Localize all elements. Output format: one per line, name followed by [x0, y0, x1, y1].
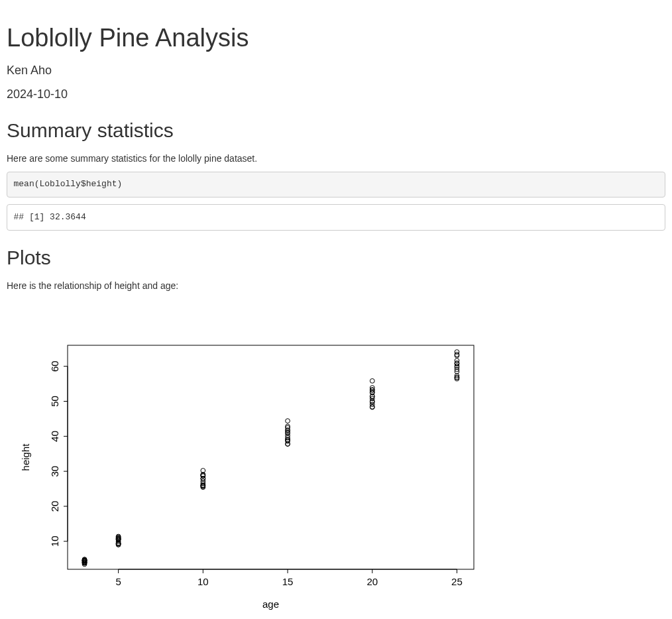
scatter-plot-height-vs-age: 510152025age102030405060height [7, 299, 484, 620]
plots-intro-text: Here is the relationship of height and a… [7, 279, 665, 292]
svg-text:age: age [262, 598, 279, 610]
page-title: Loblolly Pine Analysis [7, 20, 665, 56]
svg-point-71 [286, 418, 290, 423]
svg-text:30: 30 [49, 465, 60, 477]
svg-text:height: height [20, 443, 31, 471]
svg-text:10: 10 [197, 576, 209, 587]
output-block-mean: ## [1] 32.3644 [7, 204, 665, 231]
svg-text:20: 20 [366, 576, 378, 587]
summary-intro-text: Here are some summary statistics for the… [7, 152, 665, 165]
svg-text:5: 5 [115, 576, 121, 587]
date-line: 2024-10-10 [7, 86, 665, 103]
document-body: Loblolly Pine Analysis Ken Aho 2024-10-1… [0, 0, 672, 619]
svg-point-85 [370, 378, 374, 383]
svg-text:25: 25 [451, 576, 463, 587]
scatter-plot-svg: 510152025age102030405060height [7, 299, 484, 620]
svg-text:50: 50 [49, 396, 60, 407]
svg-text:20: 20 [49, 500, 60, 512]
section-heading-plots: Plots [7, 244, 665, 272]
svg-text:15: 15 [282, 576, 294, 587]
author-line: Ken Aho [7, 62, 665, 80]
section-heading-summary: Summary statistics [7, 117, 665, 145]
svg-rect-0 [68, 345, 474, 569]
svg-text:10: 10 [49, 535, 60, 547]
code-block-mean: mean(Loblolly$height) [7, 172, 665, 198]
svg-text:60: 60 [49, 361, 60, 372]
svg-text:40: 40 [49, 430, 60, 441]
